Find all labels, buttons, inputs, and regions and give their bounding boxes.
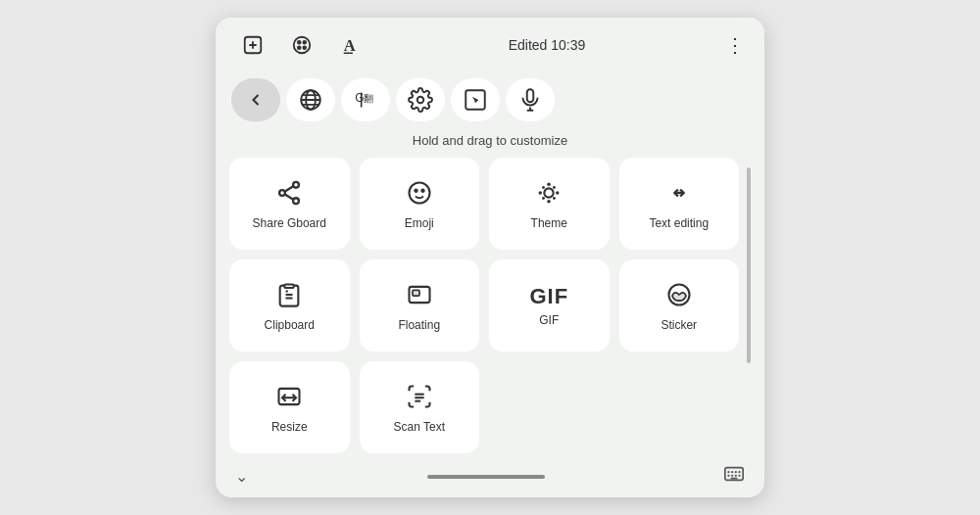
svg-point-38: [542, 197, 545, 200]
svg-text:A: A: [344, 36, 356, 55]
scan-text-label: Scan Text: [394, 420, 445, 434]
svg-rect-20: [527, 89, 534, 102]
scrollbar: [747, 158, 751, 453]
top-bar-left: A: [235, 27, 368, 63]
clipboard-label: Clipboard: [265, 318, 315, 332]
svg-point-25: [293, 198, 299, 204]
mic-button[interactable]: [506, 78, 555, 121]
resize-icon: [275, 383, 303, 414]
svg-point-4: [298, 41, 301, 44]
share-gboard-label: Share Gboard: [253, 216, 326, 230]
home-indicator: [427, 475, 545, 479]
svg-point-23: [293, 182, 299, 188]
share-icon: [275, 179, 303, 211]
resize-label: Resize: [271, 420, 308, 434]
svg-point-3: [294, 37, 311, 54]
svg-point-31: [545, 188, 554, 197]
grid-item-gif[interactable]: GIF GIF: [489, 259, 610, 351]
text-editing-label: Text editing: [649, 216, 709, 230]
bottom-bar: ⌄: [216, 453, 764, 497]
globe-button[interactable]: [286, 78, 335, 121]
gif-icon: GIF: [529, 286, 568, 307]
svg-point-34: [539, 191, 543, 195]
keyboard-icon[interactable]: [723, 463, 745, 490]
grid-item-scan-text[interactable]: Scan Text: [360, 361, 480, 453]
svg-point-18: [417, 97, 424, 104]
svg-point-32: [548, 183, 552, 187]
svg-rect-41: [285, 285, 294, 289]
cursor-button[interactable]: [451, 78, 500, 121]
clipboard-icon: [275, 281, 303, 312]
add-icon[interactable]: [235, 27, 270, 63]
grid-item-theme[interactable]: Theme: [489, 158, 610, 250]
collapse-button[interactable]: ⌄: [235, 467, 248, 486]
floating-label: Floating: [398, 318, 440, 332]
header-title: Edited 10:39: [509, 37, 586, 53]
svg-point-24: [279, 190, 285, 196]
palette-icon[interactable]: [284, 27, 319, 63]
grid-item-text-editing[interactable]: Text editing: [619, 158, 740, 250]
customize-hint: Hold and drag to customize: [216, 127, 764, 158]
grid-area: Share Gboard Emoji: [216, 158, 764, 453]
scan-text-icon: [406, 383, 433, 414]
more-menu-button[interactable]: ⋮: [725, 33, 745, 57]
svg-point-28: [409, 183, 429, 204]
svg-line-27: [285, 195, 293, 200]
svg-point-29: [415, 190, 416, 192]
top-bar: A Edited 10:39 ⋮: [216, 18, 764, 72]
grid-item-clipboard[interactable]: Clipboard: [229, 259, 350, 351]
grid-item-emoji[interactable]: Emoji: [360, 158, 480, 250]
svg-point-6: [298, 46, 301, 49]
sticker-label: Sticker: [661, 318, 697, 332]
svg-point-5: [303, 41, 306, 44]
svg-point-37: [553, 186, 556, 189]
emoji-label: Emoji: [405, 216, 434, 230]
toolbar-row: G 翻: [216, 72, 764, 127]
svg-rect-48: [279, 389, 300, 404]
svg-point-30: [421, 190, 423, 192]
theme-label: Theme: [531, 216, 567, 230]
grid-item-resize[interactable]: Resize: [229, 361, 350, 453]
text-format-icon[interactable]: A: [333, 27, 368, 63]
text-editing-icon: [665, 179, 693, 211]
svg-point-39: [553, 197, 556, 200]
grid-item-sticker[interactable]: Sticker: [619, 259, 740, 351]
emoji-icon: [406, 179, 433, 211]
floating-icon: [406, 281, 433, 312]
scrollbar-track: [747, 167, 751, 363]
svg-point-7: [303, 46, 306, 49]
svg-point-35: [556, 191, 560, 195]
svg-rect-46: [413, 290, 419, 296]
svg-text:翻: 翻: [364, 93, 373, 104]
translate-button[interactable]: G 翻: [341, 78, 390, 121]
svg-point-36: [542, 186, 545, 189]
settings-button[interactable]: [396, 78, 445, 121]
grid-item-floating[interactable]: Floating: [360, 259, 480, 351]
sticker-icon: [665, 281, 693, 312]
svg-line-26: [285, 186, 293, 191]
phone-container: A Edited 10:39 ⋮: [216, 18, 764, 497]
back-button[interactable]: [231, 78, 280, 121]
grid-item-share-gboard[interactable]: Share Gboard: [229, 158, 350, 250]
feature-grid: Share Gboard Emoji: [229, 158, 739, 453]
theme-icon: [535, 179, 563, 211]
svg-point-33: [548, 200, 552, 204]
gif-label: GIF: [539, 313, 559, 327]
